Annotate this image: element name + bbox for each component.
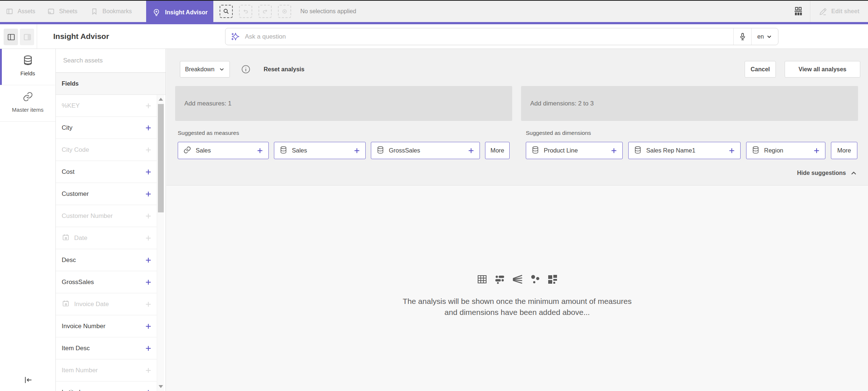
plus-icon xyxy=(145,389,152,391)
measure-suggestions-row: Sales Sales GrossSales More xyxy=(178,142,510,159)
view-all-analyses-button[interactable]: View all analyses xyxy=(785,61,860,78)
suggestion-chip[interactable]: GrossSales xyxy=(371,142,480,159)
rail-item-fields[interactable]: Fields xyxy=(0,49,55,85)
analysis-type-label: Breakdown xyxy=(185,66,214,73)
window-edge xyxy=(0,0,868,1)
plus-icon xyxy=(145,103,152,109)
suggestion-name: Region xyxy=(764,147,783,154)
analysis-canvas: Breakdown Reset analysis Cancel View all… xyxy=(166,49,868,391)
toolbar-divider xyxy=(810,1,810,22)
search-icon xyxy=(223,8,230,15)
suggestion-chip[interactable]: Sales xyxy=(178,142,269,159)
add-icon xyxy=(728,147,735,154)
tab-label: Bookmarks xyxy=(102,8,132,15)
search-selections-button[interactable] xyxy=(220,5,233,18)
add-measures-dropzone[interactable]: Add measures: 1 xyxy=(175,86,512,121)
grid-icon xyxy=(793,6,804,17)
undo-icon xyxy=(242,8,249,15)
fields-list: %KEY City City Code Cost Customer Custom… xyxy=(56,95,157,391)
toggle-right-panel-button[interactable] xyxy=(20,29,34,45)
rail-item-master-items[interactable]: Master items xyxy=(0,85,55,122)
selection-toolbar: No selections applied xyxy=(220,1,356,22)
field-row[interactable]: Cost xyxy=(56,161,157,183)
suggestion-name: Sales xyxy=(292,147,307,154)
sparkle-icon xyxy=(231,32,240,42)
field-row[interactable]: City xyxy=(56,117,157,139)
field-name: Desc xyxy=(62,257,76,264)
info-button[interactable] xyxy=(240,64,252,75)
add-field-button[interactable] xyxy=(145,257,152,263)
tab-label: Assets xyxy=(18,8,35,15)
assets-search xyxy=(56,49,166,73)
suggestion-name: Sales Rep Name1 xyxy=(646,147,695,154)
clear-circle-icon xyxy=(281,8,288,15)
field-row[interactable]: Customer xyxy=(56,183,157,205)
add-field-button xyxy=(145,147,152,153)
language-value: en xyxy=(757,33,764,40)
plus-icon xyxy=(145,257,152,263)
cancel-button[interactable]: Cancel xyxy=(745,61,776,78)
field-row: Invoice Date xyxy=(56,293,157,315)
calendar-icon xyxy=(62,299,70,309)
more-measures-button[interactable]: More xyxy=(485,142,510,159)
hide-suggestions-label: Hide suggestions xyxy=(797,170,846,176)
hide-suggestions-button[interactable]: Hide suggestions xyxy=(797,170,857,176)
mekko-chart-icon xyxy=(547,274,558,285)
suggested-dimensions-label: Suggested as dimensions xyxy=(526,130,591,136)
edit-sheet-label: Edit sheet xyxy=(831,8,859,15)
plus-icon xyxy=(145,125,152,131)
bookmark-icon xyxy=(90,7,98,15)
field-row[interactable]: Latitude xyxy=(56,381,157,391)
field-name: City xyxy=(62,124,72,132)
reset-analysis-button[interactable]: Reset analysis xyxy=(264,61,304,78)
microphone-icon xyxy=(738,32,747,41)
field-row[interactable]: Desc xyxy=(56,249,157,271)
language-selector[interactable]: en xyxy=(752,28,778,45)
dimension-suggestions-row: Product Line Sales Rep Name1 Region More xyxy=(526,142,857,159)
suggestion-chip[interactable]: Sales Rep Name1 xyxy=(628,142,741,159)
suggestion-chip[interactable]: Sales xyxy=(274,142,366,159)
scroll-up-arrow[interactable] xyxy=(159,98,163,101)
add-field-button xyxy=(145,235,152,241)
add-field-button[interactable] xyxy=(145,389,152,391)
suggestion-chip[interactable]: Product Line xyxy=(526,142,623,159)
page-title: Insight Advisor xyxy=(53,24,109,49)
plus-icon xyxy=(145,147,152,153)
add-field-button[interactable] xyxy=(145,169,152,175)
calendar-icon xyxy=(62,233,70,243)
chevron-up-icon xyxy=(850,170,857,176)
app-overview-button[interactable] xyxy=(791,5,805,18)
collapse-panel-button[interactable] xyxy=(23,375,33,385)
panel-left-icon xyxy=(7,33,15,42)
add-field-button[interactable] xyxy=(145,191,152,197)
suggestion-name: Product Line xyxy=(544,147,578,154)
subheader: Insight Advisor en xyxy=(0,24,868,49)
add-field-button[interactable] xyxy=(145,125,152,131)
add-field-button[interactable] xyxy=(145,345,152,352)
field-row[interactable]: Item Desc xyxy=(56,337,157,359)
plus-icon xyxy=(145,235,152,241)
scrollbar-thumb[interactable] xyxy=(158,104,164,212)
lightbulb-icon xyxy=(152,8,161,17)
add-field-button[interactable] xyxy=(145,323,152,330)
field-name: Item Number xyxy=(62,367,98,374)
add-dimensions-dropzone[interactable]: Add dimensions: 2 to 3 xyxy=(521,86,858,121)
add-field-button[interactable] xyxy=(145,279,152,286)
field-row[interactable]: GrossSales xyxy=(56,271,157,293)
field-row[interactable]: Invoice Number xyxy=(56,315,157,337)
more-dimensions-button[interactable]: More xyxy=(831,142,857,159)
panel-left-icon xyxy=(6,7,14,15)
ask-question-input[interactable] xyxy=(245,33,733,40)
suggestion-chip[interactable]: Region xyxy=(746,142,825,159)
search-assets-input[interactable] xyxy=(56,49,166,72)
voice-input-button[interactable] xyxy=(734,28,751,45)
scrollbar[interactable] xyxy=(157,95,164,391)
field-name: Customer xyxy=(62,190,89,198)
tab-bookmarks: Bookmarks xyxy=(90,1,132,22)
tab-insight-advisor[interactable]: Insight Advisor xyxy=(146,1,213,24)
analysis-type-dropdown[interactable]: Breakdown xyxy=(180,61,230,78)
scroll-down-arrow[interactable] xyxy=(159,385,163,388)
database-icon xyxy=(634,146,642,155)
toggle-left-panel-button[interactable] xyxy=(4,29,18,45)
add-icon xyxy=(354,147,360,154)
